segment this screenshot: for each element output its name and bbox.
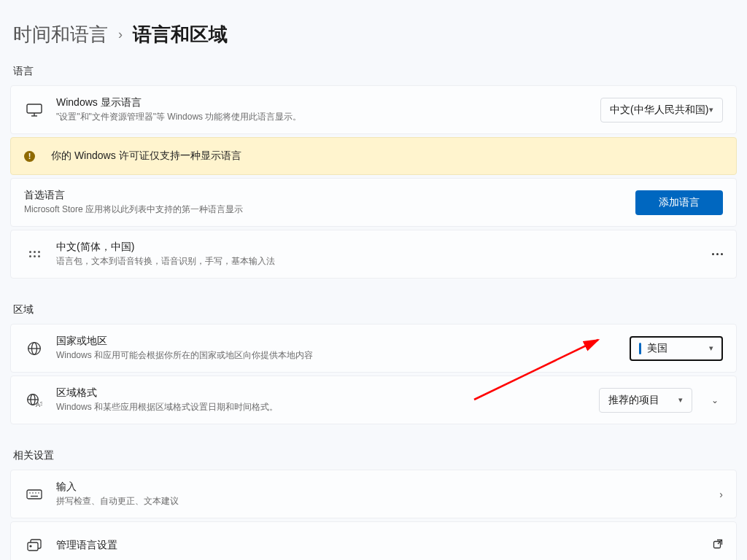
svg-rect-16 <box>28 542 38 551</box>
breadcrumb-current: 语言和区域 <box>133 22 228 47</box>
svg-point-11 <box>29 492 31 494</box>
svg-point-12 <box>32 492 34 494</box>
svg-line-19 <box>718 540 722 545</box>
language-item-sub: 语言包，文本到语音转换，语音识别，手写，基本输入法 <box>56 255 712 268</box>
region-format-dropdown[interactable]: 推荐的项目 ▾ <box>599 388 692 413</box>
chevron-right-icon: › <box>118 27 123 42</box>
input-settings-sub: 拼写检查、自动更正、文本建议 <box>56 495 719 508</box>
display-language-row: Windows 显示语言 "设置"和"文件资源管理器"等 Windows 功能将… <box>10 85 737 134</box>
preferred-language-sub: Microsoft Store 应用将以此列表中支持的第一种语言显示 <box>24 203 635 216</box>
svg-point-14 <box>38 492 39 494</box>
focus-indicator <box>639 343 641 354</box>
keyboard-icon <box>24 489 44 499</box>
region-format-row: A字 区域格式 Windows 和某些应用根据区域格式设置日期和时间格式。 推荐… <box>10 376 737 424</box>
country-region-value: 美国 <box>647 342 709 355</box>
section-heading-related: 相关设置 <box>13 449 737 462</box>
globe-icon <box>24 341 44 356</box>
license-warning-banner: ! 你的 Windows 许可证仅支持一种显示语言 <box>10 137 737 175</box>
svg-text:A字: A字 <box>36 401 42 408</box>
warning-icon: ! <box>24 151 35 162</box>
svg-point-13 <box>35 492 36 494</box>
svg-point-17 <box>29 545 31 547</box>
open-external-icon <box>713 539 723 552</box>
expand-chevron-icon[interactable]: ⌄ <box>711 395 719 405</box>
country-region-dropdown[interactable]: 美国 ▾ <box>630 336 723 361</box>
section-heading-region: 区域 <box>13 303 737 316</box>
region-format-value: 推荐的项目 <box>608 394 678 407</box>
admin-language-title: 管理语言设置 <box>56 539 713 552</box>
country-region-title: 国家或地区 <box>56 335 630 348</box>
section-heading-language: 语言 <box>13 65 737 78</box>
country-region-row: 国家或地区 Windows 和应用可能会根据你所在的国家或地区向你提供本地内容 … <box>10 324 737 373</box>
display-language-dropdown[interactable]: 中文(中华人民共和国) ▾ <box>600 98 723 122</box>
breadcrumb-parent[interactable]: 时间和语言 <box>13 22 108 47</box>
language-item-row[interactable]: 中文(简体，中国) 语言包，文本到语音转换，语音识别，手写，基本输入法 <box>10 230 737 279</box>
svg-rect-10 <box>27 490 42 499</box>
chevron-down-icon: ▾ <box>678 395 683 405</box>
region-format-sub: Windows 和某些应用根据区域格式设置日期和时间格式。 <box>56 401 599 413</box>
chevron-down-icon: ▾ <box>709 343 713 353</box>
admin-language-row[interactable]: 管理语言设置 <box>10 521 737 560</box>
svg-rect-0 <box>27 104 42 113</box>
add-language-button[interactable]: 添加语言 <box>635 190 723 215</box>
input-settings-title: 输入 <box>56 481 719 494</box>
region-format-title: 区域格式 <box>56 386 599 400</box>
drag-handle-icon[interactable] <box>24 251 44 257</box>
license-warning-text: 你的 Windows 许可证仅支持一种显示语言 <box>51 149 241 163</box>
window-stack-icon <box>24 539 44 552</box>
country-region-sub: Windows 和应用可能会根据你所在的国家或地区向你提供本地内容 <box>56 349 630 362</box>
display-language-value: 中文(中华人民共和国) <box>610 104 708 117</box>
display-language-sub: "设置"和"文件资源管理器"等 Windows 功能将使用此语言显示。 <box>56 111 600 123</box>
preferred-language-title: 首选语言 <box>24 189 635 202</box>
globe-text-icon: A字 <box>24 393 44 408</box>
input-settings-row[interactable]: 输入 拼写检查、自动更正、文本建议 › <box>10 470 737 518</box>
monitor-icon <box>24 104 44 117</box>
chevron-right-icon: › <box>719 489 723 500</box>
chevron-down-icon: ▾ <box>709 105 713 114</box>
preferred-language-row: 首选语言 Microsoft Store 应用将以此列表中支持的第一种语言显示 … <box>10 178 737 227</box>
display-language-title: Windows 显示语言 <box>56 96 600 109</box>
breadcrumb: 时间和语言 › 语言和区域 <box>10 22 737 47</box>
language-item-title: 中文(简体，中国) <box>56 241 712 254</box>
more-options-icon[interactable] <box>712 253 723 255</box>
